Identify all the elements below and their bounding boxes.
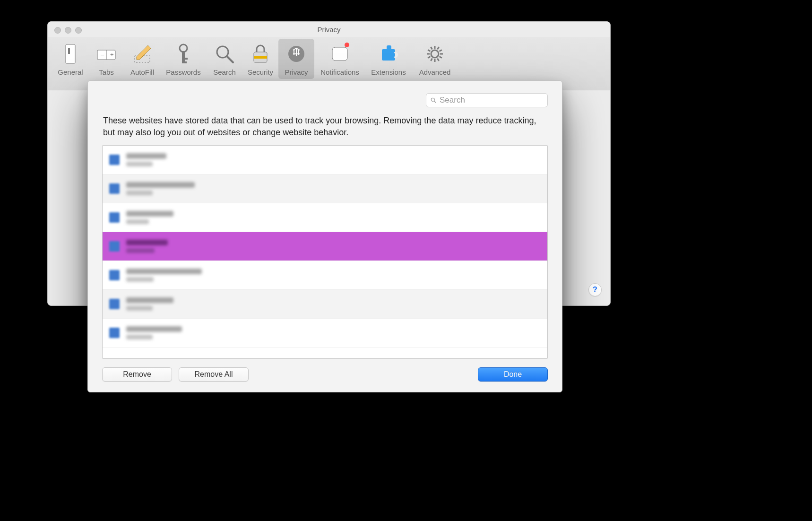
- svg-line-28: [428, 57, 430, 58]
- svg-point-35: [431, 98, 434, 101]
- passwords-icon: [173, 43, 194, 64]
- minimize-traffic-light[interactable]: [65, 27, 71, 34]
- toolbar-label: Tabs: [99, 68, 114, 76]
- svg-rect-0: [66, 44, 75, 63]
- website-row[interactable]: [103, 261, 547, 290]
- svg-rect-9: [182, 58, 188, 60]
- help-icon: ?: [593, 286, 597, 294]
- search-field[interactable]: Search: [426, 93, 548, 107]
- toolbar-privacy[interactable]: Privacy: [278, 39, 314, 79]
- privacy-icon: [286, 43, 307, 64]
- svg-rect-14: [254, 56, 267, 59]
- site-text: [126, 211, 173, 224]
- site-favicon: [109, 270, 120, 280]
- site-text: [126, 153, 166, 166]
- toolbar-autofill[interactable]: AutoFill: [124, 39, 160, 79]
- svg-line-27: [431, 59, 432, 61]
- toolbar-label: General: [58, 68, 83, 76]
- site-favicon: [109, 155, 120, 165]
- svg-text:–: –: [101, 51, 104, 58]
- svg-line-30: [428, 50, 430, 52]
- site-detail-redacted: [126, 191, 153, 195]
- toolbar-notifications[interactable]: Notifications: [314, 39, 365, 79]
- done-button[interactable]: Done: [478, 367, 548, 382]
- website-row[interactable]: [103, 203, 547, 232]
- toolbar-advanced[interactable]: Advanced: [412, 39, 458, 79]
- advanced-icon: [424, 43, 445, 64]
- toolbar-general[interactable]: General: [52, 39, 88, 79]
- toolbar-label: Search: [213, 68, 236, 76]
- sheet-buttons: Remove Remove All Done: [102, 367, 548, 382]
- toolbar-label: Privacy: [285, 68, 308, 76]
- svg-point-22: [431, 50, 439, 58]
- site-detail-redacted: [126, 219, 149, 224]
- svg-line-25: [438, 59, 439, 61]
- remove-all-button[interactable]: Remove All: [179, 367, 249, 382]
- site-domain-redacted: [126, 297, 173, 303]
- svg-line-31: [431, 47, 432, 49]
- svg-line-33: [438, 47, 439, 49]
- toolbar-label: Notifications: [320, 68, 359, 76]
- site-detail-redacted: [126, 277, 154, 282]
- svg-line-24: [440, 57, 442, 58]
- search-icon: [430, 97, 437, 104]
- website-row[interactable]: [103, 146, 547, 174]
- close-traffic-light[interactable]: [54, 27, 61, 34]
- svg-rect-8: [182, 51, 185, 62]
- site-detail-redacted: [126, 248, 155, 253]
- site-favicon: [109, 212, 120, 223]
- website-row[interactable]: [103, 290, 547, 319]
- window-title: Privacy: [317, 26, 340, 34]
- website-row[interactable]: [103, 174, 547, 203]
- site-domain-redacted: [126, 240, 168, 245]
- site-domain-redacted: [126, 269, 202, 274]
- toolbar-extensions[interactable]: Extensions: [365, 39, 412, 79]
- site-domain-redacted: [126, 153, 166, 159]
- notifications-icon: [329, 43, 350, 64]
- toolbar-label: Security: [248, 68, 273, 76]
- sheet-description: These websites have stored data that can…: [103, 115, 547, 139]
- toolbar-label: Passwords: [166, 68, 200, 76]
- autofill-icon: [132, 43, 153, 64]
- site-favicon: [109, 183, 120, 194]
- toolbar-tabs[interactable]: –+Tabs: [88, 39, 124, 79]
- website-list[interactable]: [102, 145, 548, 359]
- svg-rect-17: [332, 47, 347, 61]
- toolbar-security[interactable]: Security: [242, 39, 278, 79]
- site-detail-redacted: [126, 306, 153, 311]
- svg-line-36: [434, 101, 436, 103]
- zoom-traffic-light[interactable]: [75, 27, 82, 34]
- site-text: [126, 326, 182, 339]
- svg-rect-10: [182, 61, 187, 63]
- website-data-sheet: Search These websites have stored data t…: [87, 80, 562, 392]
- svg-rect-19: [387, 45, 391, 50]
- svg-point-7: [180, 44, 187, 52]
- site-favicon: [109, 328, 120, 338]
- site-text: [126, 240, 168, 253]
- notification-badge: [345, 43, 349, 47]
- site-detail-redacted: [126, 335, 153, 339]
- site-text: [126, 182, 195, 195]
- search-icon: [214, 43, 235, 64]
- website-row[interactable]: [103, 232, 547, 261]
- site-favicon: [109, 241, 120, 252]
- extensions-icon: [378, 43, 399, 64]
- general-icon: [60, 43, 81, 64]
- toolbar-label: Extensions: [371, 68, 406, 76]
- toolbar-search[interactable]: Search: [207, 39, 242, 79]
- svg-line-34: [440, 50, 442, 52]
- site-favicon: [109, 299, 120, 309]
- tabs-icon: –+: [96, 43, 117, 64]
- security-icon: [250, 43, 271, 64]
- search-placeholder: Search: [440, 96, 465, 105]
- toolbar-passwords[interactable]: Passwords: [160, 39, 207, 79]
- site-domain-redacted: [126, 211, 173, 217]
- remove-button[interactable]: Remove: [102, 367, 172, 382]
- svg-rect-1: [68, 48, 70, 54]
- toolbar-label: AutoFill: [130, 68, 154, 76]
- help-button[interactable]: ?: [588, 283, 602, 296]
- site-detail-redacted: [126, 162, 153, 166]
- site-text: [126, 297, 173, 311]
- site-domain-redacted: [126, 326, 182, 332]
- website-row[interactable]: [103, 319, 547, 347]
